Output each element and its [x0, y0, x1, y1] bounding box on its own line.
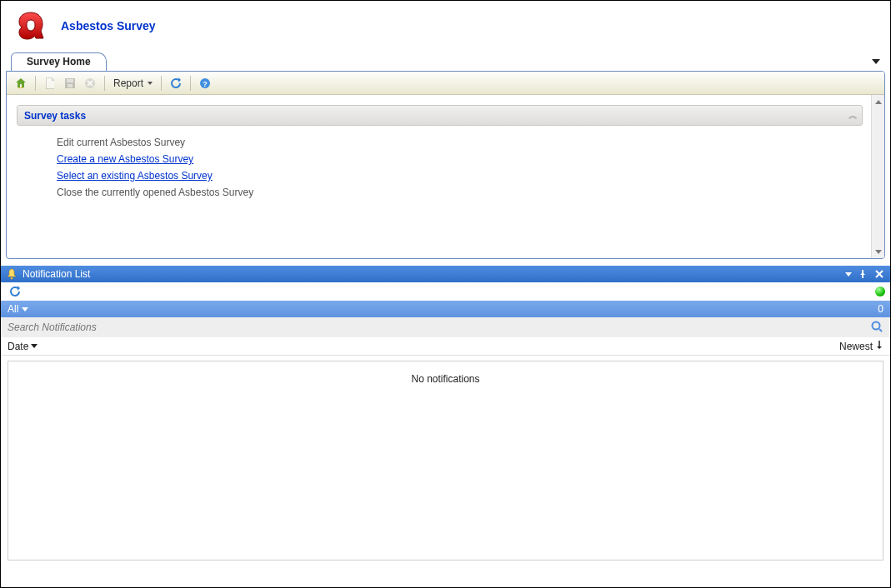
- filter-count: 0: [878, 303, 883, 315]
- delete-button: [81, 74, 99, 92]
- task-label: Close the currently opened Asbestos Surv…: [57, 187, 253, 198]
- task-item-select[interactable]: Select an existing Asbestos Survey: [57, 167, 863, 184]
- content-area: Survey tasks ︽ Edit current Asbestos Sur…: [7, 95, 871, 258]
- task-item-edit: Edit current Asbestos Survey: [57, 134, 863, 151]
- sort-direction-button[interactable]: Newest: [839, 340, 883, 352]
- panel-options-dropdown[interactable]: [845, 272, 852, 277]
- toolbar-separator: [161, 76, 162, 91]
- save-button: [61, 74, 79, 92]
- report-label: Report: [113, 77, 143, 89]
- tab-strip: Survey Home: [6, 52, 885, 71]
- main-panel: Report ? Survey tasks ︽ Edit current Asb…: [6, 71, 885, 259]
- empty-state-text: No notifications: [411, 373, 479, 385]
- sort-direction-label: Newest: [839, 341, 873, 352]
- bell-icon: [6, 268, 18, 280]
- toolbar-separator: [104, 76, 105, 91]
- status-indicator-icon: [875, 287, 885, 296]
- toolbar-separator: [190, 76, 191, 91]
- tasks-list: Edit current Asbestos Survey Create a ne…: [17, 126, 863, 201]
- scroll-down-button[interactable]: [873, 246, 883, 257]
- chevron-down-icon: [31, 344, 38, 348]
- close-icon[interactable]: [873, 268, 885, 280]
- tab-label: Survey Home: [27, 56, 91, 67]
- notification-toolbar: [1, 282, 890, 301]
- notification-titlebar: Notification List: [1, 266, 890, 282]
- home-button[interactable]: [12, 74, 30, 92]
- chevron-down-icon: [148, 82, 153, 85]
- vertical-scrollbar[interactable]: [871, 95, 884, 258]
- chevron-down-icon: [22, 307, 28, 311]
- pin-icon[interactable]: [857, 268, 868, 280]
- sort-field-button[interactable]: Date: [8, 341, 38, 352]
- page-title: Asbestos Survey: [61, 19, 156, 32]
- svg-text:?: ?: [203, 80, 208, 88]
- app-window: Asbestos Survey Survey Home Repor: [0, 0, 891, 588]
- notification-title: Notification List: [23, 268, 90, 280]
- toolbar-separator: [35, 76, 36, 91]
- task-link[interactable]: Select an existing Asbestos Survey: [57, 170, 213, 182]
- tab-survey-home[interactable]: Survey Home: [11, 52, 107, 71]
- notification-search-bar: [1, 317, 890, 337]
- notification-list-body: No notifications: [8, 361, 883, 561]
- app-header: Asbestos Survey: [1, 1, 890, 52]
- tasks-group-header[interactable]: Survey tasks ︽: [17, 105, 863, 126]
- refresh-notifications-button[interactable]: [6, 282, 24, 301]
- report-dropdown-button[interactable]: Report: [110, 74, 156, 92]
- arrow-down-icon: [875, 340, 883, 352]
- toolbar: Report ?: [7, 72, 884, 95]
- scroll-up-button[interactable]: [873, 96, 883, 107]
- task-link[interactable]: Create a new Asbestos Survey: [57, 153, 193, 165]
- notification-filter-bar[interactable]: All 0: [1, 301, 890, 317]
- search-input[interactable]: [6, 321, 865, 334]
- tasks-group-title: Survey tasks: [24, 110, 86, 122]
- collapse-icon: ︽: [848, 109, 855, 122]
- tab-menu-dropdown[interactable]: [872, 59, 880, 64]
- app-logo-icon: [13, 7, 49, 44]
- refresh-button[interactable]: [167, 74, 185, 92]
- svg-point-4: [873, 321, 880, 329]
- search-icon[interactable]: [870, 320, 883, 336]
- document-button: [41, 74, 59, 92]
- task-item-close: Close the currently opened Asbestos Surv…: [57, 184, 863, 201]
- filter-label: All: [8, 303, 18, 315]
- help-button[interactable]: ?: [196, 74, 214, 92]
- task-item-create[interactable]: Create a new Asbestos Survey: [57, 151, 863, 167]
- task-label: Edit current Asbestos Survey: [57, 137, 185, 148]
- notification-panel: Notification List All 0: [1, 266, 890, 561]
- svg-point-3: [11, 277, 13, 279]
- notification-sort-bar: Date Newest: [1, 337, 890, 356]
- sort-field-label: Date: [8, 341, 28, 352]
